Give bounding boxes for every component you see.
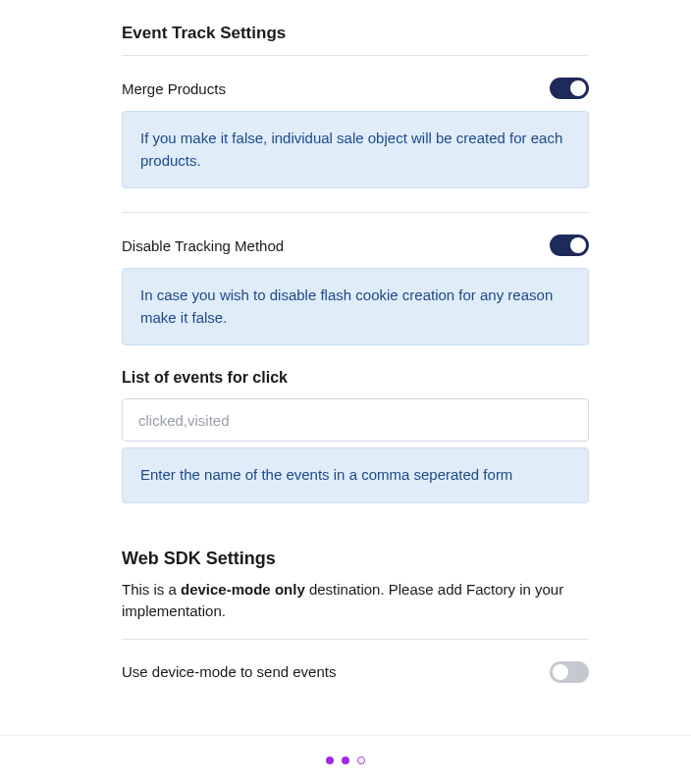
- disable-tracking-toggle[interactable]: [550, 235, 589, 256]
- web-sdk-section: Web SDK Settings This is a device-mode o…: [122, 549, 589, 695]
- pagination-footer: [0, 735, 691, 784]
- events-list-label: List of events for click: [122, 369, 589, 387]
- device-mode-toggle[interactable]: [550, 661, 589, 683]
- toggle-knob: [570, 80, 586, 96]
- desc-prefix: This is a: [122, 581, 181, 598]
- step-dot-1[interactable]: [326, 757, 334, 764]
- events-list-input[interactable]: [122, 398, 589, 442]
- disable-tracking-label: Disable Tracking Method: [122, 237, 284, 254]
- device-mode-label: Use device-mode to send events: [122, 663, 336, 680]
- desc-bold: device-mode only: [181, 581, 305, 598]
- toggle-knob: [570, 237, 586, 253]
- events-list-info: Enter the name of the events in a comma …: [122, 447, 589, 503]
- web-sdk-title: Web SDK Settings: [122, 549, 589, 569]
- toggle-knob: [553, 664, 568, 680]
- step-dot-3[interactable]: [357, 757, 365, 764]
- settings-form: Event Track Settings Merge Products If y…: [0, 0, 691, 695]
- web-sdk-description: This is a device-mode only destination. …: [122, 579, 589, 623]
- merge-products-row: Merge Products: [122, 56, 589, 111]
- disable-tracking-row: Disable Tracking Method: [122, 213, 589, 268]
- event-track-title: Event Track Settings: [122, 24, 589, 43]
- device-mode-row: Use device-mode to send events: [122, 640, 589, 695]
- merge-products-label: Merge Products: [122, 80, 226, 97]
- disable-tracking-info: In case you wish to disable flash cookie…: [122, 268, 589, 345]
- merge-products-toggle[interactable]: [550, 78, 589, 99]
- step-dot-2[interactable]: [342, 757, 349, 764]
- merge-products-info: If you make it false, individual sale ob…: [122, 111, 589, 188]
